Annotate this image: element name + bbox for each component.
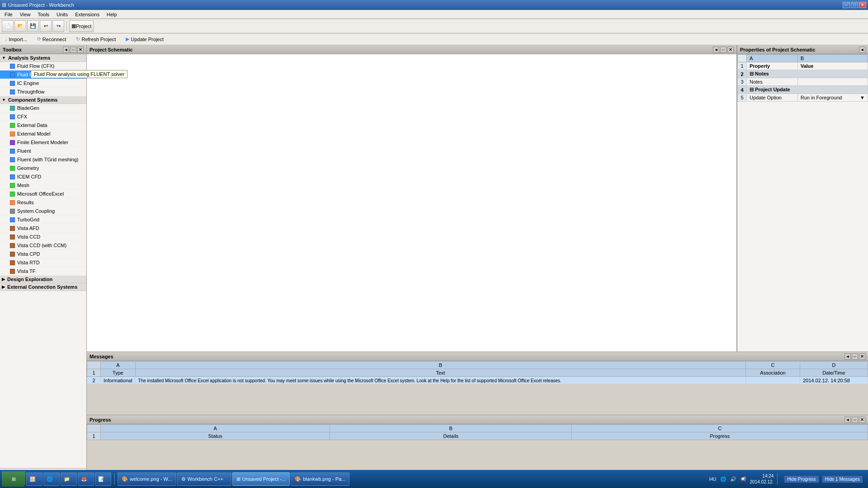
toolbox-pin-button[interactable]: ◄ xyxy=(63,47,69,53)
close-button[interactable]: ✕ xyxy=(859,2,866,8)
mesh-icon xyxy=(9,182,15,188)
reconnect-button[interactable]: ⟳ Reconnect xyxy=(34,35,70,43)
maximize-button[interactable]: □ xyxy=(851,2,858,8)
bottom-panels: Messages ◄ ─ ✕ A B C xyxy=(87,352,868,478)
vista-ccd-label: Vista CCD xyxy=(17,234,40,239)
messages-minimize-button[interactable]: ─ xyxy=(852,353,858,360)
toolbox-item-ic-engine[interactable]: IC Engine xyxy=(0,79,86,88)
toolbox-item-msexcel[interactable]: Microsoft OfficeExcel xyxy=(0,190,86,198)
taskbar-word-icon[interactable]: 📝 xyxy=(95,472,111,486)
prop-row-2-num: 2 xyxy=(738,70,747,78)
toolbox-item-system-coupling[interactable]: System Coupling xyxy=(0,207,86,216)
analysis-systems-section[interactable]: ▼ Analysis Systems xyxy=(0,54,86,62)
toolbox-item-external-data[interactable]: External Data xyxy=(0,121,86,130)
upper-area: Project Schematic ◄ ─ ✕ Properties of Pr… xyxy=(87,45,868,352)
new-button[interactable]: 📄 xyxy=(2,20,14,32)
import-button[interactable]: ↓ Import... xyxy=(2,35,30,43)
toolbox-item-vista-afd[interactable]: Vista AFD xyxy=(0,224,86,233)
msg-text-header: Text xyxy=(135,369,745,377)
menu-extensions[interactable]: Extensions xyxy=(71,11,103,18)
taskbar-windows-icon[interactable]: 🪟 xyxy=(26,472,42,486)
menu-view[interactable]: View xyxy=(16,11,34,18)
taskbar-welcome-png[interactable]: 🎨 welcome.png - W... xyxy=(118,472,176,486)
prop-row-5-value[interactable]: Run in Foreground ▼ xyxy=(797,94,868,102)
toolbox-close-button[interactable]: ✕ xyxy=(77,47,84,53)
messages-pin-button[interactable]: ◄ xyxy=(844,353,851,360)
prop-col-num xyxy=(738,55,747,62)
toolbox-item-vista-cpd[interactable]: Vista CPD xyxy=(0,250,86,258)
fem-icon xyxy=(9,139,15,145)
icem-cfd-label: ICEM CFD xyxy=(17,174,41,179)
toolbox-item-icem-cfd[interactable]: ICEM CFD xyxy=(0,173,86,181)
menu-help[interactable]: Help xyxy=(103,11,121,18)
taskbar-firefox-icon[interactable]: 🦊 xyxy=(78,472,94,486)
taskbar-unsaved-project[interactable]: ⊞ Unsaved Project -... xyxy=(232,472,290,486)
progress-close-button[interactable]: ✕ xyxy=(859,417,865,423)
schematic-close-button[interactable]: ✕ xyxy=(727,47,734,53)
prop-row-4-section: ⊟ Project Update xyxy=(747,86,868,94)
menu-units[interactable]: Units xyxy=(53,11,71,18)
notes-section-label: Notes xyxy=(755,71,769,76)
messages-close-button[interactable]: ✕ xyxy=(859,353,865,360)
toolbox-item-fem[interactable]: Finite Element Modeler xyxy=(0,138,86,147)
external-connection-systems-section[interactable]: ▶ External Connection Systems xyxy=(0,283,86,291)
properties-pin-button[interactable]: ◄ xyxy=(859,47,865,53)
refresh-project-button[interactable]: ↻ Refresh Project xyxy=(73,35,119,43)
taskbar-blank-wb[interactable]: 🎨 blankwb.png - Pa... xyxy=(291,472,349,486)
component-systems-expand-icon: ▼ xyxy=(2,98,6,102)
menu-tools[interactable]: Tools xyxy=(34,11,53,18)
schematic-content[interactable] xyxy=(87,54,736,352)
undo-button[interactable]: ↩ xyxy=(40,20,52,32)
toolbox-item-cfx[interactable]: CFX xyxy=(0,113,86,121)
reconnect-icon: ⟳ xyxy=(37,36,41,42)
toolbox-item-vista-ccd-ccm[interactable]: Vista CCD (with CCM) xyxy=(0,241,86,250)
toolbox-item-vista-rtd[interactable]: Vista RTD xyxy=(0,258,86,267)
menu-file[interactable]: File xyxy=(1,11,16,18)
progress-minimize-button[interactable]: ─ xyxy=(852,417,858,423)
title-bar-controls[interactable]: ─ □ ✕ xyxy=(843,2,866,8)
design-exploration-section[interactable]: ▶ Design Exploration xyxy=(0,276,86,283)
msg-row-2-association xyxy=(746,377,800,385)
toolbox-item-external-model[interactable]: External Model xyxy=(0,130,86,138)
msg-row-2-num: 2 xyxy=(87,377,101,385)
external-connection-label: External Connection Systems xyxy=(7,284,77,290)
progress-panel: Progress ◄ ─ ✕ A B C xyxy=(87,415,868,465)
prop-row-3-value[interactable] xyxy=(797,78,868,86)
external-model-icon xyxy=(9,131,15,137)
action-bar: ↓ Import... ⟳ Reconnect ↻ Refresh Projec… xyxy=(0,33,868,45)
toolbox-minimize-button[interactable]: ─ xyxy=(70,47,76,53)
toolbox-item-vista-tf[interactable]: Vista TF xyxy=(0,267,86,276)
minimize-button[interactable]: ─ xyxy=(843,2,850,8)
project-button[interactable]: ▦ Project xyxy=(69,20,94,32)
taskbar-explorer-icon[interactable]: 📁 xyxy=(61,472,77,486)
toolbox-item-results[interactable]: Results xyxy=(0,198,86,207)
save-button[interactable]: 💾 xyxy=(27,20,39,32)
toolbox-item-fluid-flow-cfx[interactable]: Fluid Flow (CFX) xyxy=(0,62,86,70)
hide-progress-button[interactable]: Hide Progress xyxy=(784,476,818,483)
network-icon: 🌐 xyxy=(720,476,726,482)
toolbox-item-fluent-tgrid[interactable]: Fluent (with TGrid meshing) xyxy=(0,155,86,164)
toolbox-item-mesh[interactable]: Mesh xyxy=(0,181,86,190)
schematic-minimize-button[interactable]: ─ xyxy=(720,47,726,53)
update-project-button[interactable]: ▶ Update Project xyxy=(123,35,167,43)
component-systems-section[interactable]: ▼ Component Systems xyxy=(0,96,86,104)
toolbox-item-fluent[interactable]: Fluent xyxy=(0,147,86,155)
dropdown-arrow-icon[interactable]: ▼ xyxy=(860,95,865,100)
main-layout: Toolbox ◄ ─ ✕ ▼ Analysis Systems Fluid F… xyxy=(0,45,868,478)
toolbox-item-turbogrid[interactable]: TurboGrid xyxy=(0,216,86,224)
prop-col-b: B xyxy=(797,55,868,62)
start-button[interactable]: ⊞ xyxy=(2,471,25,487)
toolbox-item-throughflow[interactable]: Throughflow xyxy=(0,88,86,96)
taskbar-workbench-cpp[interactable]: ⚙ Workbench C++ xyxy=(177,472,231,486)
toolbox-item-vista-ccd[interactable]: Vista CCD xyxy=(0,233,86,241)
redo-button[interactable]: ↪ xyxy=(52,20,64,32)
progress-pin-button[interactable]: ◄ xyxy=(844,417,851,423)
show-desktop-button[interactable] xyxy=(777,473,781,485)
hide-messages-button[interactable]: Hide 1 Messages xyxy=(822,476,863,483)
schematic-pin-button[interactable]: ◄ xyxy=(713,47,719,53)
open-button[interactable]: 📂 xyxy=(14,20,26,32)
taskbar-ie-icon[interactable]: 🌐 xyxy=(43,472,60,486)
toolbox-item-bladegen[interactable]: BladeGen xyxy=(0,104,86,113)
toolbox-item-geometry[interactable]: Geometry xyxy=(0,164,86,173)
messages-title: Messages xyxy=(90,354,113,359)
